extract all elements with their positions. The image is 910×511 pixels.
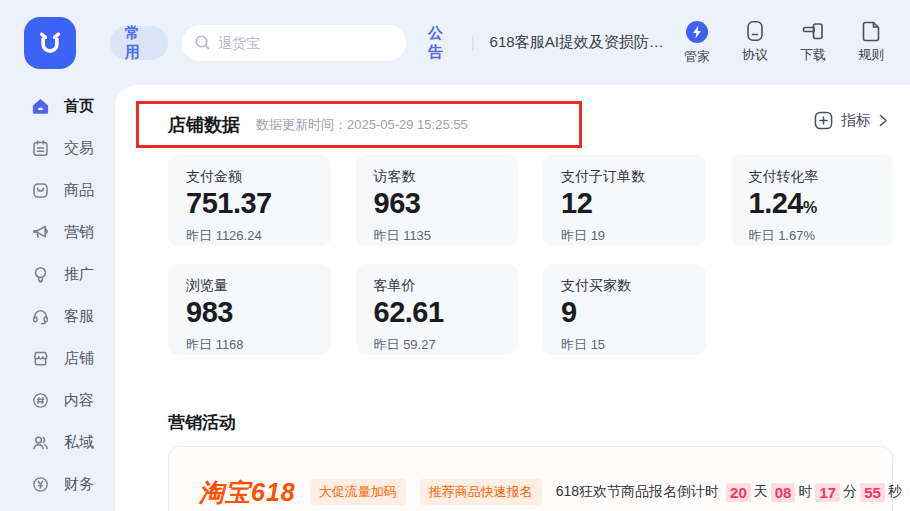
indicator-button[interactable]: 指标 [814, 111, 888, 130]
topbar-action-label: 协议 [742, 46, 768, 64]
announcement-text[interactable]: 618客服AI提效及资损防控解... [490, 33, 678, 52]
metric-label: 客单价 [374, 277, 501, 295]
bull-icon [34, 27, 66, 59]
metric-card-paying-buyers[interactable]: 支付买家数 9 昨日 15 [543, 264, 706, 355]
marketing-icon [30, 222, 50, 242]
sidebar-item-goods[interactable]: 商品 [0, 169, 115, 211]
shop-data-title: 店铺数据 [168, 113, 240, 137]
search-bar[interactable] [182, 25, 406, 61]
sidebar-item-customer-service[interactable]: 客服 [0, 295, 115, 337]
data-update-time: 数据更新时间：2025-05-29 15:25:55 [256, 116, 468, 134]
sidebar-item-label: 首页 [64, 97, 94, 116]
customer-service-icon [30, 306, 50, 326]
metric-card-conversion-rate[interactable]: 支付转化率 1.24% 昨日 1.67% [731, 155, 894, 246]
metric-value: 963 [374, 187, 501, 224]
metric-value: 1.24% [749, 187, 876, 224]
chevron-right-icon [879, 114, 888, 127]
topbar-action-butler[interactable]: 管家 [678, 19, 716, 66]
metric-card-avg-order-value[interactable]: 客单价 62.61 昨日 59.27 [356, 264, 519, 355]
metric-yesterday: 昨日 59.27 [374, 336, 501, 354]
metric-card-visitors[interactable]: 访客数 963 昨日 1135 [356, 155, 519, 246]
sidebar-item-label: 客服 [64, 307, 94, 326]
metric-value: 983 [186, 296, 313, 333]
metric-cards: 支付金额 751.37 昨日 1126.24 访客数 963 昨日 1135 支… [168, 155, 893, 355]
promotion-icon [30, 264, 50, 284]
topbar: 常用 公告 ｜ 618客服AI提效及资损防控解... [0, 0, 910, 85]
quick-access-label: 常用 [125, 24, 153, 62]
topbar-action-label: 规则 [858, 46, 884, 64]
search-icon [194, 34, 211, 51]
metric-yesterday: 昨日 15 [561, 336, 688, 354]
marketing-section-title: 营销活动 [168, 411, 236, 434]
metric-yesterday: 昨日 19 [561, 227, 688, 245]
taobao-618-logo: 淘宝618 [199, 476, 296, 509]
metric-label: 访客数 [374, 168, 501, 186]
banner-tag: 推荐商品快速报名 [420, 479, 542, 505]
sidebar-item-shop[interactable]: 店铺 [0, 337, 115, 379]
metric-label: 支付转化率 [749, 168, 876, 186]
banner-tag: 大促流量加码 [310, 479, 406, 505]
metric-card-pageviews[interactable]: 浏览量 983 昨日 1168 [168, 264, 331, 355]
metric-yesterday: 昨日 1168 [186, 336, 313, 354]
goods-icon [30, 180, 50, 200]
countdown-hours: 08 [771, 483, 796, 502]
private-domain-icon [30, 432, 50, 452]
topbar-action-agreement[interactable]: 协议 [736, 19, 774, 66]
metric-value: 9 [561, 296, 688, 333]
sidebar-item-label: 财务 [64, 475, 94, 494]
qianniu-workbench: 常用 公告 ｜ 618客服AI提效及资损防控解... [0, 0, 910, 511]
metric-yesterday: 昨日 1135 [374, 227, 501, 245]
metric-card-payment-amount[interactable]: 支付金额 751.37 昨日 1126.24 [168, 155, 331, 246]
announcement-label[interactable]: 公告 [428, 24, 456, 62]
countdown-unit: 天 [754, 483, 768, 501]
topbar-action-label: 下载 [800, 46, 826, 64]
sidebar-item-label: 私域 [64, 433, 94, 452]
download-icon [801, 19, 825, 43]
sidebar-item-trade[interactable]: 交易 [0, 127, 115, 169]
agreement-icon [743, 19, 767, 43]
sidebar-item-label: 交易 [64, 139, 94, 158]
qianniu-logo [24, 17, 76, 69]
main-panel: 店铺数据 数据更新时间：2025-05-29 15:25:55 指标 支付金额 … [115, 85, 910, 511]
rules-icon [859, 19, 883, 43]
countdown-seconds: 55 [860, 483, 885, 502]
topbar-action-label: 管家 [684, 48, 710, 66]
announcement-divider: ｜ [466, 34, 480, 52]
plus-icon [814, 111, 833, 130]
metric-label: 支付子订单数 [561, 168, 688, 186]
search-input[interactable] [218, 35, 388, 51]
sidebar-item-marketing[interactable]: 营销 [0, 211, 115, 253]
countdown-unit: 秒 [888, 483, 902, 501]
content-icon [30, 390, 50, 410]
butler-icon [684, 19, 710, 45]
countdown-days: 20 [726, 483, 751, 502]
sidebar-item-promotion[interactable]: 推广 [0, 253, 115, 295]
metric-yesterday: 昨日 1.67% [749, 227, 876, 245]
sidebar-item-label: 营销 [64, 223, 94, 242]
sidebar-item-label: 商品 [64, 181, 94, 200]
sidebar-item-home[interactable]: 首页 [0, 85, 115, 127]
metric-value: 62.61 [374, 296, 501, 333]
countdown-unit: 分 [843, 483, 857, 501]
promo-banner-618[interactable]: 淘宝618 大促流量加码 推荐商品快速报名 618狂欢节商品报名倒计时 20天 … [168, 446, 893, 511]
home-icon [30, 96, 50, 116]
sidebar-item-content[interactable]: 内容 [0, 379, 115, 421]
finance-icon [30, 474, 50, 494]
metric-card-paid-suborders[interactable]: 支付子订单数 12 昨日 19 [543, 155, 706, 246]
countdown-unit: 时 [798, 483, 812, 501]
trade-icon [30, 138, 50, 158]
topbar-action-download[interactable]: 下载 [794, 19, 832, 66]
sidebar-item-label: 店铺 [64, 349, 94, 368]
topbar-action-rules[interactable]: 规则 [852, 19, 890, 66]
sidebar: 首页 交易 商品 [0, 85, 115, 511]
sidebar-item-private-domain[interactable]: 私域 [0, 421, 115, 463]
shop-data-header: 店铺数据 数据更新时间：2025-05-29 15:25:55 [168, 101, 468, 148]
metric-label: 支付买家数 [561, 277, 688, 295]
countdown: 618狂欢节商品报名倒计时 20天 08时 17分 55秒 [556, 483, 902, 502]
countdown-prefix: 618狂欢节商品报名倒计时 [556, 483, 719, 501]
sidebar-item-label: 推广 [64, 265, 94, 284]
quick-access-button[interactable]: 常用 [110, 26, 168, 60]
metric-value: 12 [561, 187, 688, 224]
shop-icon [30, 348, 50, 368]
sidebar-item-finance[interactable]: 财务 [0, 463, 115, 505]
